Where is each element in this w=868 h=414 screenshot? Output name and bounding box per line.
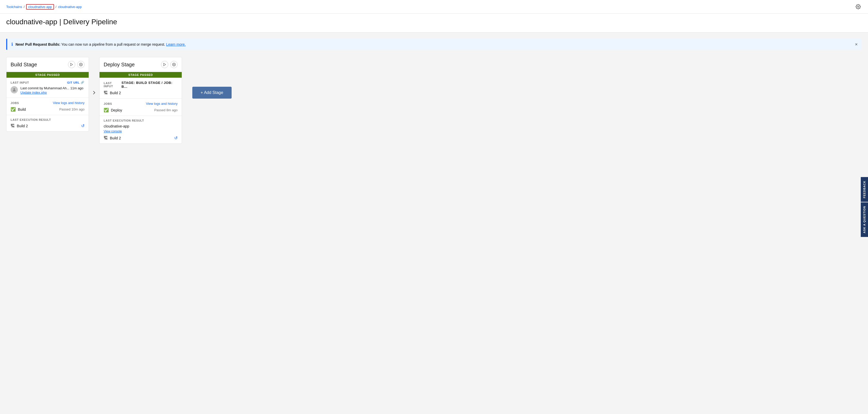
deploy-job-check-icon: ✅ [104,108,109,112]
svg-point-5 [174,64,175,65]
deploy-stage-passed-bar: STAGE PASSED [99,72,182,78]
deploy-last-input-label: LAST INPUT Stage: Build Stage / Job: B..… [104,81,178,89]
deploy-job-row: ✅ Deploy Passed 8m ago [104,108,178,112]
play-icon [70,63,73,66]
avatar [10,86,18,94]
deploy-exec-section: LAST EXECUTION RESULT cloudnative-app Vi… [99,116,182,143]
breadcrumb: Toolchains / cloudnative-app / cloudnati… [6,4,82,9]
deploy-exec-label: LAST EXECUTION RESULT [104,119,178,122]
deploy-last-input-value: Stage: Build Stage / Job: B... [122,81,178,89]
deploy-stage-run-button[interactable] [161,61,168,68]
user-icon [12,88,17,92]
deploy-exec-result-row: 🏗 Build 2 ↺ [104,136,178,140]
deploy-exec-app-name: cloudnative-app [104,124,178,128]
banner-close-button[interactable]: × [855,42,858,47]
build-stage-run-button[interactable] [68,61,75,68]
arrow-right-icon [91,90,97,96]
build-jobs-section: JOBS View logs and history ✅ Build Passe… [6,98,89,115]
settings-button[interactable] [855,3,862,10]
info-banner: ℹ New! Pull Request Builds: You can now … [6,39,862,50]
deploy-exec-result-left: 🏗 Build 2 [104,136,121,140]
breadcrumb-cloudnative-app[interactable]: cloudnative-app [26,4,54,9]
build-result-icon: 🏗 [10,124,15,128]
build-refresh-button[interactable]: ↺ [81,124,85,128]
commit-info: Last commit by Muhammad Ah... 11m ago Up… [21,86,84,95]
ask-question-tab[interactable]: ASK A QUESTION [861,202,868,237]
build-job-status: Passed 10m ago [59,107,85,111]
side-tabs: FEEDBACK ASK A QUESTION [861,177,868,237]
feedback-tab[interactable]: FEEDBACK [861,177,868,202]
build-job-row: ✅ Build Passed 10m ago [10,107,85,112]
svg-point-3 [13,88,15,90]
deploy-jobs-label: JOBS [104,102,112,105]
add-stage-button[interactable]: + Add Stage [192,87,231,99]
build-view-logs-link[interactable]: View logs and history [53,101,85,105]
svg-point-2 [81,64,82,65]
info-icon: ℹ [11,42,13,47]
build-jobs-header: JOBS View logs and history [10,101,85,105]
gear-icon [172,63,176,66]
build-last-input-section: LAST INPUT Git URL 🔗 Last commit b [6,78,89,98]
deploy-stage-settings-button[interactable] [170,61,178,68]
commit-text: Last commit by Muhammad Ah... 11m ago [21,86,84,90]
deploy-jobs-section: JOBS View logs and history ✅ Deploy Pass… [99,99,182,116]
main-content: ℹ New! Pull Request Builds: You can now … [0,33,868,410]
build-exec-label: LAST EXECUTION RESULT [10,118,85,121]
info-banner-left: ℹ New! Pull Request Builds: You can now … [11,42,186,47]
build-last-input-row: Last commit by Muhammad Ah... 11m ago Up… [10,86,85,95]
build-exec-result-row: 🏗 Build 2 ↺ [10,124,85,128]
deploy-input-build-row: 🏗 Build 2 [104,91,178,95]
breadcrumb-cloudnative-app2[interactable]: cloudnative-app [58,5,82,9]
build-last-input-label: LAST INPUT Git URL 🔗 [10,81,85,84]
top-bar: Toolchains / cloudnative-app / cloudnati… [0,0,868,14]
build-exec-section: LAST EXECUTION RESULT 🏗 Build 2 ↺ [6,115,89,131]
deploy-view-logs-link[interactable]: View logs and history [146,102,178,106]
info-banner-bold: New! Pull Request Builds: [16,42,60,46]
deploy-exec-content: cloudnative-app View console [104,124,178,133]
deploy-job-name: Deploy [111,108,152,112]
svg-marker-4 [164,63,166,66]
build-stage-actions [68,61,85,68]
build-stage-title: Build Stage [10,62,37,68]
build-jobs-label: JOBS [10,101,19,105]
build-stage-header: Build Stage [6,57,89,72]
breadcrumb-sep-1: / [24,5,25,9]
deploy-stage-actions [161,61,178,68]
deploy-job-status: Passed 8m ago [154,108,178,112]
info-banner-text: New! Pull Request Builds: You can now ru… [16,42,186,46]
play-icon [163,63,166,66]
build-job-name: Build [18,107,57,111]
deploy-view-console-link[interactable]: View console [104,130,122,133]
deploy-refresh-button[interactable]: ↺ [174,136,178,140]
gear-icon [79,63,83,66]
link-icon: 🔗 [81,81,85,84]
deploy-stage-header: Deploy Stage [99,57,182,72]
build-stage-card: Build Stage STAGE PASSED [6,57,89,132]
build-exec-result-text: Build 2 [17,124,28,128]
gear-icon [856,4,861,9]
breadcrumb-toolchains[interactable]: Toolchains [6,5,22,9]
commit-link[interactable]: Update index.php [21,91,84,95]
build-exec-result-left: 🏗 Build 2 [10,124,28,128]
deploy-result-icon: 🏗 [104,136,108,140]
deploy-jobs-header: JOBS View logs and history [104,102,178,106]
deploy-stage-title: Deploy Stage [104,62,135,68]
git-url-label: Git URL 🔗 [67,81,85,84]
info-banner-body: You can now run a pipeline from a pull r… [61,42,166,46]
build-stage-settings-button[interactable] [77,61,85,68]
learn-more-link[interactable]: Learn more. [166,42,186,46]
page-title: cloudnative-app | Delivery Pipeline [0,14,868,33]
deploy-stage-card: Deploy Stage STAGE PASSED [99,57,182,144]
breadcrumb-sep-2: / [56,5,57,9]
build-stage-passed-bar: STAGE PASSED [6,72,89,78]
svg-point-0 [858,6,859,7]
deploy-exec-result-text: Build 2 [110,136,121,140]
build-job-check-icon: ✅ [10,107,16,112]
deploy-input-build-icon: 🏗 [104,91,108,95]
arrow-connector [89,90,99,96]
svg-marker-1 [70,63,73,66]
deploy-input-build-label: Build 2 [110,91,121,95]
deploy-last-input-section: LAST INPUT Stage: Build Stage / Job: B..… [99,78,182,99]
pipeline-area: Build Stage STAGE PASSED [6,57,862,144]
